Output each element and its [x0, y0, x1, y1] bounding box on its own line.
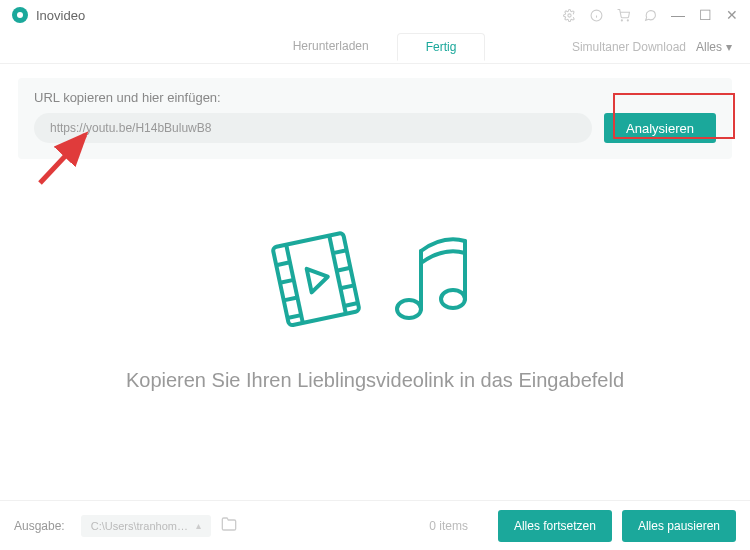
svg-line-16: [337, 268, 351, 271]
hero-text: Kopieren Sie Ihren Lieblingsvideolink in…: [20, 369, 730, 392]
url-input[interactable]: [34, 113, 592, 143]
titlebar: Inovideo — ☐ ✕: [0, 0, 750, 30]
simultaneous-download-label: Simultaner Download: [572, 40, 686, 54]
svg-line-10: [329, 236, 346, 314]
tab-download[interactable]: Herunterladen: [265, 33, 397, 60]
url-label: URL kopieren und hier einfügen:: [34, 90, 716, 105]
svg-line-12: [280, 280, 294, 283]
svg-line-18: [344, 303, 358, 306]
tabs-right: Simultaner Download Alles ▾: [572, 40, 732, 54]
chevron-up-icon: ▴: [196, 520, 201, 531]
titlebar-right: — ☐ ✕: [563, 7, 738, 23]
main-content: Kopieren Sie Ihren Lieblingsvideolink in…: [0, 159, 750, 392]
tab-done[interactable]: Fertig: [397, 33, 486, 61]
url-row: Analysieren: [34, 113, 716, 143]
close-button[interactable]: ✕: [726, 7, 738, 23]
open-folder-icon[interactable]: [221, 516, 237, 535]
svg-point-20: [397, 300, 421, 318]
svg-point-0: [568, 13, 571, 16]
tabs-center: Herunterladen Fertig: [265, 33, 486, 60]
hero-icons: [20, 229, 730, 329]
analyze-button[interactable]: Analysieren: [604, 113, 716, 143]
app-logo-icon: [12, 7, 28, 23]
resume-all-button[interactable]: Alles fortsetzen: [498, 510, 612, 542]
maximize-button[interactable]: ☐: [699, 7, 712, 23]
svg-point-21: [441, 290, 465, 308]
svg-line-13: [284, 297, 298, 300]
bottom-bar: Ausgabe: C:\Users\tranhom\Inovi ▴ 0 item…: [0, 500, 750, 550]
svg-line-9: [286, 245, 303, 323]
simultaneous-download-value: Alles: [696, 40, 722, 54]
simultaneous-download-dropdown[interactable]: Alles ▾: [696, 40, 732, 54]
film-reel-icon: [270, 229, 365, 329]
chat-icon[interactable]: [644, 9, 657, 22]
tabs-row: Herunterladen Fertig Simultaner Download…: [0, 30, 750, 64]
gear-icon[interactable]: [563, 9, 576, 22]
url-section: URL kopieren und hier einfügen: Analysie…: [18, 78, 732, 159]
output-label: Ausgabe:: [14, 519, 65, 533]
output-path-dropdown[interactable]: C:\Users\tranhom\Inovi ▴: [81, 515, 211, 537]
svg-point-4: [621, 19, 622, 20]
titlebar-left: Inovideo: [12, 7, 85, 23]
minimize-button[interactable]: —: [671, 7, 685, 23]
svg-line-15: [333, 250, 347, 253]
svg-line-11: [276, 262, 290, 265]
svg-point-5: [627, 19, 628, 20]
svg-line-14: [287, 315, 301, 318]
svg-marker-19: [307, 265, 331, 292]
info-icon[interactable]: [590, 9, 603, 22]
chevron-down-icon: ▾: [726, 40, 732, 54]
svg-line-17: [340, 285, 354, 288]
music-note-icon: [385, 229, 480, 329]
pause-all-button[interactable]: Alles pausieren: [622, 510, 736, 542]
app-name: Inovideo: [36, 8, 85, 23]
cart-icon[interactable]: [617, 9, 630, 22]
items-count: 0 items: [429, 519, 468, 533]
output-path-text: C:\Users\tranhom\Inovi: [91, 520, 190, 532]
